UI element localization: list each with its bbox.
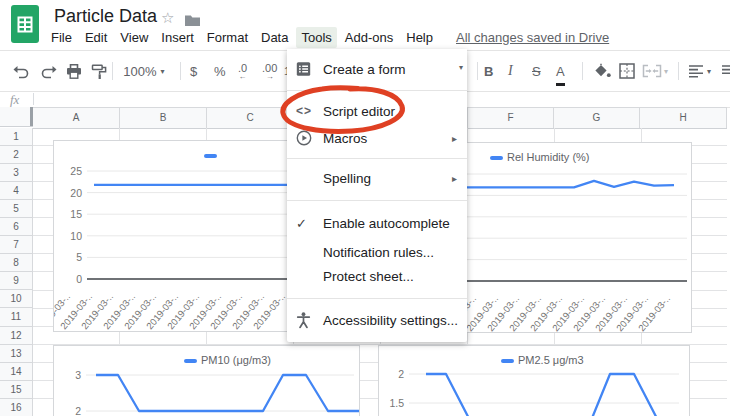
row-header-1[interactable]: 1 <box>0 128 33 146</box>
row-header-15[interactable]: 15 <box>0 381 33 399</box>
format-currency-button[interactable]: $ <box>190 60 197 82</box>
menu-item-protect-sheet[interactable]: Protect sheet... <box>287 262 467 290</box>
italic-button[interactable]: I <box>508 60 513 82</box>
row-header-3[interactable]: 3 <box>0 164 33 182</box>
code-icon: <> <box>296 104 316 118</box>
horizontal-align-icon[interactable] <box>688 60 704 82</box>
row-header-8[interactable]: 8 <box>0 254 33 272</box>
menubar-item-insert[interactable]: Insert <box>156 27 199 48</box>
y-axis-tick-label: 0 <box>54 273 82 285</box>
menu-item-label: Accessibility settings... <box>323 313 458 328</box>
chevron-down-icon[interactable]: ▾ <box>664 60 668 82</box>
row-header-14[interactable]: 14 <box>0 363 33 381</box>
menu-item-label: Protect sheet... <box>323 269 414 284</box>
menu-item-macros[interactable]: Macros▸ <box>287 124 467 152</box>
menubar-item-view[interactable]: View <box>115 27 153 48</box>
borders-icon[interactable] <box>618 60 636 82</box>
row-header-5[interactable]: 5 <box>0 200 33 218</box>
y-axis-tick-label: 15 <box>54 208 82 220</box>
y-axis-tick-label: 25 <box>54 165 82 177</box>
y-axis-tick-label: 1.5 <box>379 397 404 409</box>
redo-icon[interactable] <box>39 60 58 82</box>
menubar-item-help[interactable]: Help <box>401 27 438 48</box>
row-header-11[interactable]: 11 <box>0 308 33 326</box>
column-header-A[interactable]: A <box>33 108 120 128</box>
chevron-down-icon[interactable]: ▾ <box>459 63 463 72</box>
row-header-12[interactable]: 12 <box>0 327 33 345</box>
row-header-13[interactable]: 13 <box>0 345 33 363</box>
menu-item-label: Enable autocomplete <box>323 216 450 231</box>
formula-bar-fx-label: fx <box>10 92 19 108</box>
accessibility-icon <box>296 312 316 329</box>
merge-cells-icon[interactable] <box>642 60 662 82</box>
undo-icon[interactable] <box>12 60 31 82</box>
fill-color-icon[interactable] <box>593 60 612 82</box>
menu-item-accessibility-settings[interactable]: Accessibility settings... <box>287 306 467 334</box>
menu-separator <box>287 158 467 159</box>
sheets-logo-icon[interactable] <box>11 5 39 47</box>
strikethrough-button[interactable]: S <box>532 60 541 82</box>
menu-item-label: Create a form <box>323 62 406 77</box>
print-icon[interactable] <box>65 60 83 82</box>
row-headers: 12345678910111213141516 <box>0 128 33 416</box>
menu-separator <box>287 298 467 299</box>
embedded-chart-pm25-line[interactable]: PM2.5 μg/m321.5 <box>378 345 690 416</box>
menu-separator <box>287 90 467 91</box>
save-status[interactable]: All changes saved in Drive <box>451 27 614 48</box>
column-header-G[interactable]: G <box>554 108 640 128</box>
y-axis-tick-label: 3 <box>54 369 81 381</box>
menu-bar: FileEditViewInsertFormatDataToolsAdd-ons… <box>46 27 617 48</box>
menu-separator <box>287 200 467 201</box>
row-header-9[interactable]: 9 <box>0 272 33 290</box>
document-title[interactable]: Particle Data <box>54 6 157 27</box>
menu-item-label: Spelling <box>323 171 371 186</box>
row-header-7[interactable]: 7 <box>0 236 33 254</box>
row-header-16[interactable]: 16 <box>0 399 33 416</box>
row-header-6[interactable]: 6 <box>0 218 33 236</box>
form-icon <box>296 62 316 77</box>
vertical-align-icon[interactable] <box>721 60 730 82</box>
menubar-item-edit[interactable]: Edit <box>80 27 112 48</box>
google-sheets-app: Particle Data ☆ FileEditViewInsertFormat… <box>0 0 730 416</box>
menubar-item-add-ons[interactable]: Add-ons <box>340 27 398 48</box>
checkmark-icon: ✓ <box>296 216 316 231</box>
tools-menu: Create a form<>Script editorMacros▸Spell… <box>287 49 467 342</box>
menu-item-spelling[interactable]: Spelling▸ <box>287 164 467 192</box>
menubar-item-format[interactable]: Format <box>202 27 253 48</box>
menubar-item-data[interactable]: Data <box>256 27 293 48</box>
row-header-4[interactable]: 4 <box>0 182 33 200</box>
menu-item-label: Macros <box>323 131 367 146</box>
menu-item-enable-autocomplete[interactable]: ✓Enable autocomplete <box>287 209 467 237</box>
column-header-H[interactable]: H <box>640 108 727 128</box>
menu-item-label: Notification rules... <box>323 245 434 260</box>
chevron-down-icon[interactable]: ▾ <box>707 60 711 82</box>
y-axis-tick-label: 20 <box>54 187 82 199</box>
column-header-B[interactable]: B <box>120 108 207 128</box>
menu-item-script-editor[interactable]: <>Script editor <box>287 97 467 125</box>
column-header-F[interactable]: F <box>468 108 554 128</box>
paint-format-icon[interactable] <box>91 60 108 82</box>
select-all-corner[interactable] <box>0 107 33 127</box>
star-icon[interactable]: ☆ <box>161 9 174 27</box>
menubar-item-tools[interactable]: Tools <box>296 27 336 48</box>
format-percent-button[interactable]: % <box>214 60 226 82</box>
row-header-2[interactable]: 2 <box>0 146 33 164</box>
row-header-10[interactable]: 10 <box>0 290 33 308</box>
submenu-arrow-icon: ▸ <box>452 173 457 184</box>
macro-play-icon <box>296 130 316 146</box>
y-axis-tick-label: 10 <box>54 230 82 242</box>
bold-button[interactable]: B <box>484 60 493 82</box>
text-color-button[interactable]: A <box>556 60 565 86</box>
column-header-C[interactable]: C <box>207 108 294 128</box>
y-axis-tick-label: 5 <box>54 251 82 263</box>
increase-decimal-button[interactable]: .00→ <box>262 60 277 82</box>
menu-item-create-a-form[interactable]: Create a form <box>287 55 467 83</box>
embedded-chart-pm10-line[interactable]: PM10 (μg/m3)32 <box>53 345 360 416</box>
y-axis-tick-label: 2 <box>54 405 81 416</box>
menu-item-label: Script editor <box>323 104 395 119</box>
chevron-down-icon: ▾ <box>161 67 165 76</box>
decrease-decimal-button[interactable]: .0← <box>238 60 247 82</box>
y-axis-tick-label: 2 <box>379 368 404 380</box>
menubar-item-file[interactable]: File <box>46 27 77 48</box>
zoom-select[interactable]: 100%▾ <box>120 60 168 82</box>
